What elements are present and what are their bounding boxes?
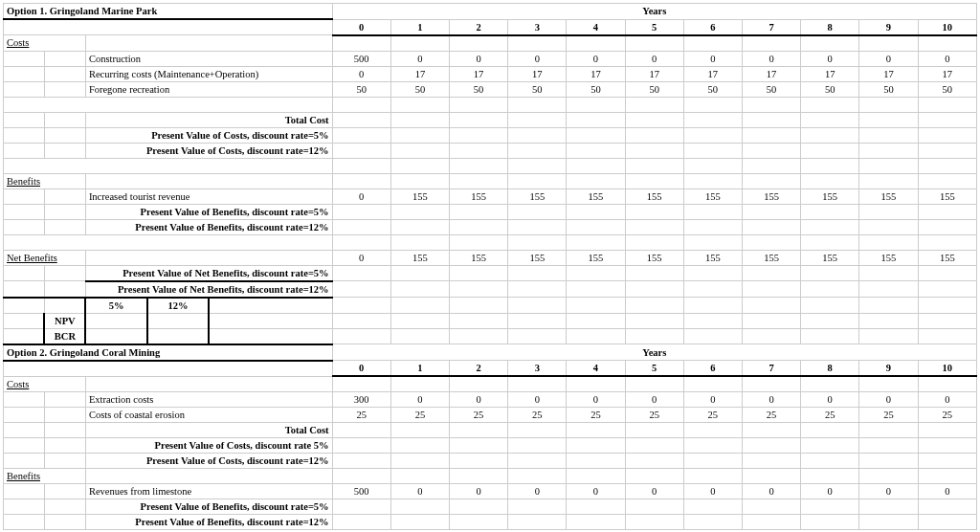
year-col: 5	[625, 19, 683, 35]
option1-title: Option 1. Gringoland Marine Park	[4, 4, 333, 20]
year-col: 6	[683, 361, 742, 377]
row-tourist: Increased tourist revenue 0 155 155 155 …	[4, 188, 977, 204]
row-limestone: Revenues from limestone 500 0 0 0 0 0 0 …	[4, 484, 977, 499]
rate-12-header: 12%	[147, 298, 209, 314]
years-header-1: Years	[332, 4, 976, 20]
total-cost-label-2: Total Cost	[85, 423, 332, 438]
year-col: 8	[801, 361, 859, 377]
benefits-label-1: Benefits	[4, 173, 86, 188]
benefits-label-2: Benefits	[4, 469, 86, 484]
npv-label: NPV	[44, 313, 85, 328]
year-col: 2	[450, 19, 508, 35]
year-col: 5	[625, 361, 683, 377]
year-col: 9	[859, 361, 918, 377]
pv-ben-12-label-1: Present Value of Benefits, discount rate…	[85, 219, 332, 234]
pv-costs-12-label-2: Present Value of Costs, discount rate=12…	[85, 454, 332, 469]
spreadsheet-table: Option 1. Gringoland Marine Park Years 0…	[3, 3, 977, 530]
rate-5-header: 5%	[85, 298, 146, 314]
pv-costs-5-label-1: Present Value of Costs, discount rate=5%	[85, 127, 332, 143]
year-col: 7	[742, 361, 800, 377]
bcr-label: BCR	[44, 328, 85, 344]
pv-costs-5-label-2: Present Value of Costs, discount rate 5%	[85, 438, 332, 454]
costs-label-1: Costs	[4, 35, 86, 52]
year-col: 2	[450, 361, 508, 377]
pv-ben-5-label-1: Present Value of Benefits, discount rate…	[85, 204, 332, 219]
year-col: 7	[742, 19, 800, 35]
year-col: 10	[918, 361, 977, 377]
option2-title: Option 2. Gringoland Coral Mining	[4, 344, 333, 361]
year-col: 8	[801, 19, 859, 35]
year-col: 1	[390, 361, 449, 377]
year-col: 3	[508, 361, 567, 377]
row-erosion: Costs of coastal erosion 25 25 25 25 25 …	[4, 408, 977, 423]
year-col: 4	[567, 361, 625, 377]
pv-net-12-label: Present Value of Net Benefits, discount …	[85, 281, 332, 298]
year-col: 1	[390, 19, 449, 35]
year-col: 0	[332, 19, 390, 35]
year-col: 3	[508, 19, 567, 35]
pv-ben-5-label-2: Present Value of Benefits, discount rate…	[85, 499, 332, 515]
pv-ben-12-label-2: Present Value of Benefits, discount rate…	[85, 515, 332, 530]
years-header-2: Years	[332, 344, 976, 361]
row-foregone: Foregone recreation 50 50 50 50 50 50 50…	[4, 81, 977, 97]
pv-costs-12-label-1: Present Value of Costs, discount rate=12…	[85, 143, 332, 158]
year-col: 4	[567, 19, 625, 35]
row-extraction: Extraction costs 300 0 0 0 0 0 0 0 0 0 0	[4, 392, 977, 408]
net-benefits-label: Net Benefits	[4, 250, 86, 265]
year-col: 9	[859, 19, 918, 35]
pv-net-5-label: Present Value of Net Benefits, discount …	[85, 265, 332, 281]
year-col: 0	[332, 361, 390, 377]
row-recurring: Recurring costs (Maintenance+Operation) …	[4, 66, 977, 81]
year-col: 6	[683, 19, 742, 35]
row-construction: Construction 500 0 0 0 0 0 0 0 0 0 0	[4, 51, 977, 66]
row-net-benefits: Net Benefits 0 155 155 155 155 155 155 1…	[4, 250, 977, 265]
costs-label-2: Costs	[4, 376, 86, 392]
total-cost-label-1: Total Cost	[85, 112, 332, 127]
year-col: 10	[918, 19, 977, 35]
